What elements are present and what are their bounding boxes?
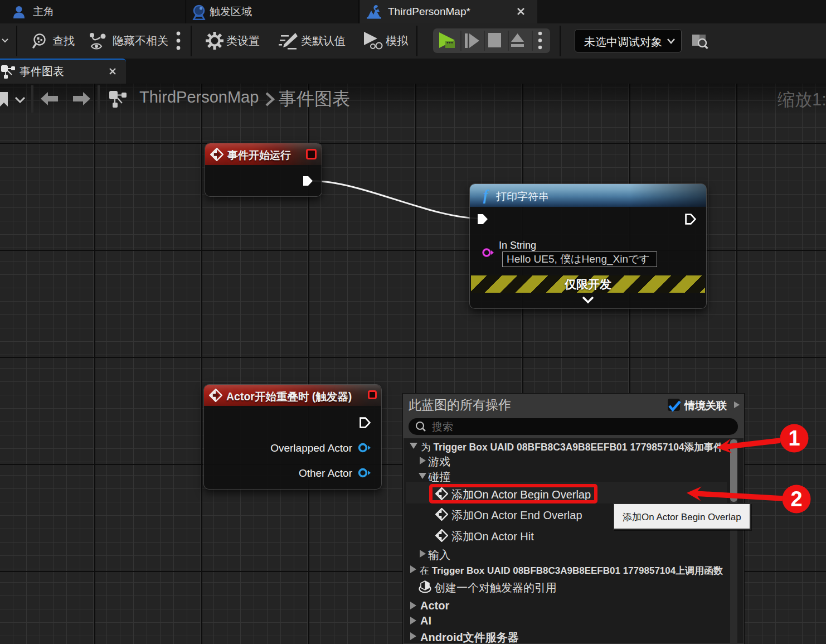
svg-text:1: 1: [788, 427, 800, 450]
svg-text:2: 2: [790, 487, 802, 511]
